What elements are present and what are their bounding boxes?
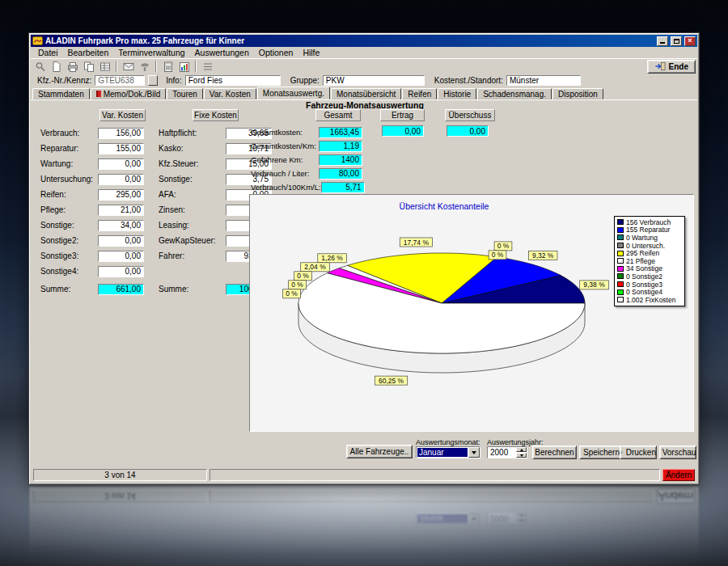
cost-value-field[interactable]: 21,00: [98, 205, 144, 216]
phone-icon[interactable]: [137, 60, 152, 74]
minimize-icon: [660, 42, 665, 44]
mail-icon[interactable]: [121, 60, 136, 74]
toolbar-separator: [195, 61, 197, 72]
ueberschuss-field[interactable]: 0,00: [447, 125, 489, 137]
cost-label: Kasko:: [159, 144, 226, 153]
cost-label: Haftpflicht:: [159, 129, 226, 137]
auswertungsmonat-select[interactable]: Januar: [416, 446, 480, 458]
tab-historie[interactable]: Historie: [438, 88, 476, 99]
app-icon: [32, 36, 43, 46]
kfz-kennzeichen-field[interactable]: GTEU638: [95, 75, 145, 86]
legend-label: 156 Verbrauch: [626, 218, 671, 226]
tab-stammdaten[interactable]: Stammdaten: [32, 88, 90, 99]
menu-item[interactable]: Bearbeiten: [63, 48, 114, 57]
menu-item[interactable]: Hilfe: [298, 48, 324, 57]
var-kosten-caption: Var. Kosten: [99, 109, 146, 121]
menu-item[interactable]: Optionen: [254, 48, 298, 57]
list-icon[interactable]: [200, 60, 215, 74]
cost-value-field[interactable]: 34,00: [98, 220, 144, 231]
cost-value-field[interactable]: 0,00: [98, 235, 144, 247]
tab-monatsauswertg-[interactable]: Monatsauswertg.: [257, 87, 330, 99]
close-button[interactable]: [684, 36, 696, 46]
tab-monatsübersicht[interactable]: Monatsübersicht: [331, 88, 401, 99]
cost-row: Sonstige4: 0,00: [40, 264, 144, 279]
desktop-background: ALADIN Fuhrpark Pro max. 25 Fahrzeuge fü…: [0, 0, 728, 566]
cost-value-field[interactable]: 155,00: [98, 143, 144, 154]
dropdown-arrow-button[interactable]: [468, 447, 480, 458]
svg-text:9,38 %: 9,38 %: [583, 281, 605, 289]
titlebar[interactable]: ALADIN Fuhrpark Pro max. 25 Fahrzeuge fü…: [31, 35, 697, 47]
new-document-icon-glyph: [50, 61, 63, 73]
status-bar: 3 von 14 Ändern: [31, 467, 697, 483]
gesamt-label: Gesamtkosten/Km:: [251, 142, 319, 150]
auswertungsjahr-spinner[interactable]: 2000: [487, 446, 527, 458]
gesamt-value-field[interactable]: 1,19: [319, 141, 362, 152]
cost-row: Sonstige: 34,00: [40, 218, 144, 233]
legend-item: 155 Reparatur: [617, 226, 682, 234]
cost-value-field[interactable]: 295,00: [98, 189, 144, 201]
vehicle-bar: Kfz.-Nr./Kennz: GTEU638 Info: Ford Fies …: [31, 74, 697, 87]
legend-item: 1.002 FixKosten: [617, 296, 682, 304]
gesamt-value-field[interactable]: 1400: [319, 154, 362, 166]
spin-down-button[interactable]: [516, 453, 527, 458]
print-icon[interactable]: [65, 60, 80, 74]
chevron-down-icon: [520, 454, 523, 457]
gesamt-value-field[interactable]: 1663,45: [319, 127, 362, 138]
vorschau-button[interactable]: Vorschau: [659, 446, 696, 459]
legend-item: 295 Reifen: [617, 249, 682, 257]
pie-label: 9,32 %: [528, 251, 557, 260]
kostenstelle-field[interactable]: Münster: [506, 75, 581, 86]
info-field[interactable]: Ford Fies: [185, 75, 281, 86]
cost-value-field[interactable]: 156,00: [98, 128, 144, 139]
grid-icon[interactable]: [97, 60, 112, 74]
calculator-icon[interactable]: [160, 60, 176, 74]
minimize-button[interactable]: [657, 36, 668, 46]
tab-memo-dok-bild[interactable]: Memo/Dok./Bild: [91, 88, 167, 99]
legend-label: 295 Reifen: [626, 249, 659, 257]
gruppe-field[interactable]: PKW: [323, 75, 425, 86]
aendern-button[interactable]: Ändern: [662, 469, 695, 481]
menu-item[interactable]: Terminverwaltung: [113, 48, 189, 57]
copy-icon[interactable]: [81, 60, 96, 74]
ende-label: Ende: [669, 62, 688, 71]
tab-disposition[interactable]: Disposition: [552, 88, 603, 99]
spin-up-button[interactable]: [516, 447, 527, 452]
svg-text:0 %: 0 %: [497, 242, 510, 250]
search-icon[interactable]: [32, 60, 48, 74]
berechnen-button[interactable]: Berechnen: [532, 446, 577, 459]
tab-touren[interactable]: Touren: [167, 88, 203, 99]
legend-swatch: [617, 297, 624, 302]
cost-value-field[interactable]: 0,00: [98, 251, 144, 262]
gesamt-value-field[interactable]: 5,71: [321, 182, 365, 193]
svg-text:9,32 %: 9,32 %: [532, 251, 554, 260]
menu-item[interactable]: Datei: [33, 48, 63, 57]
var-summe-field[interactable]: 661,00: [98, 284, 144, 295]
gesamt-label: Verbrauch / Liter:: [251, 169, 319, 178]
cost-value-field[interactable]: 0,00: [98, 174, 144, 185]
drucken-button[interactable]: Drucken: [620, 446, 657, 459]
menu-item[interactable]: Auswertungen: [190, 48, 254, 57]
tab-var-kosten[interactable]: Var. Kosten: [204, 88, 256, 99]
alle-fahrzeuge-button[interactable]: Alle Fahrzeuge..: [346, 445, 413, 458]
tab-schadensmanag-[interactable]: Schadensmanag.: [477, 88, 552, 99]
legend-swatch: [617, 258, 624, 264]
cost-label: GewKapSteuer:: [159, 236, 226, 245]
tab-reifen[interactable]: Reifen: [402, 88, 437, 99]
tab-label: Disposition: [558, 90, 598, 99]
cost-value-field[interactable]: 0,00: [98, 266, 144, 277]
calculator-icon-glyph: [162, 61, 175, 73]
ende-button[interactable]: Ende: [647, 60, 696, 74]
cost-value-field[interactable]: 0,00: [98, 158, 144, 170]
gesamt-value-field[interactable]: 80,00: [319, 168, 362, 180]
ertrag-field[interactable]: 0,00: [382, 125, 424, 137]
new-document-icon[interactable]: [49, 60, 64, 74]
cost-row: Wartung: 0,00: [40, 156, 144, 171]
kfz-lookup-button[interactable]: [148, 75, 158, 86]
tab-label: Touren: [172, 90, 197, 99]
speichern-button[interactable]: Speichern: [579, 446, 624, 459]
phone-icon-glyph: [138, 61, 151, 73]
maximize-button[interactable]: [671, 36, 682, 46]
legend-item: 0 Sonstige4: [617, 288, 682, 296]
chart-icon[interactable]: [176, 60, 192, 74]
print-icon-glyph: [66, 61, 79, 73]
